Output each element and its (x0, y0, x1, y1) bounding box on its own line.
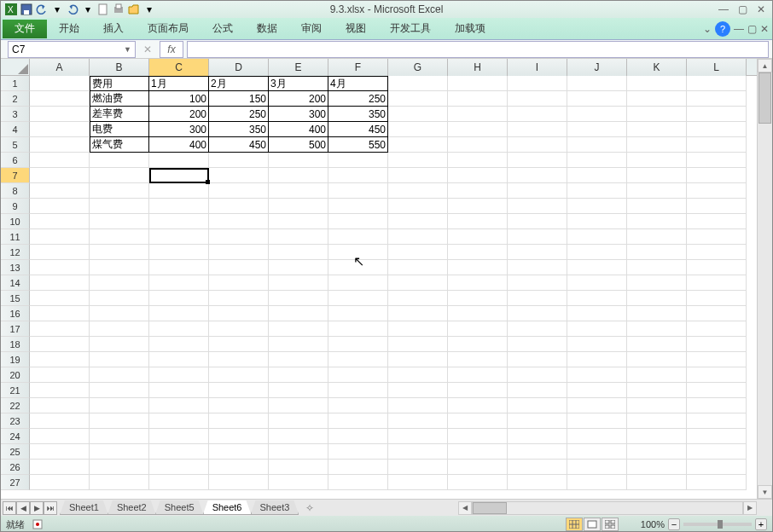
cell[interactable] (30, 460, 90, 475)
cell[interactable] (687, 137, 747, 153)
cell[interactable] (627, 229, 687, 245)
column-header[interactable]: D (209, 59, 269, 76)
cell[interactable] (388, 107, 448, 122)
cell[interactable] (627, 76, 687, 91)
cell[interactable] (508, 91, 567, 107)
cell[interactable] (687, 153, 747, 168)
cell[interactable] (508, 460, 567, 475)
row-header[interactable]: 12 (1, 245, 30, 260)
cell[interactable] (448, 460, 508, 475)
cell[interactable] (567, 337, 627, 352)
cell[interactable] (269, 367, 328, 383)
cell[interactable] (30, 245, 90, 260)
cell[interactable] (269, 460, 328, 475)
cell[interactable] (508, 383, 567, 398)
cell[interactable] (508, 183, 567, 199)
column-header[interactable]: L (687, 59, 747, 76)
cell[interactable] (687, 367, 747, 383)
cell[interactable] (388, 168, 448, 183)
cell[interactable] (30, 398, 90, 413)
cell[interactable] (687, 291, 747, 306)
cell[interactable] (30, 76, 90, 91)
cell[interactable] (90, 475, 149, 490)
cell[interactable] (269, 383, 328, 398)
cell[interactable] (269, 153, 328, 168)
qat-dropdown-icon[interactable]: ▾ (142, 3, 156, 16)
cell[interactable] (90, 153, 149, 168)
page-layout-view-icon[interactable] (584, 518, 601, 531)
row-header[interactable]: 20 (1, 367, 30, 383)
cell[interactable] (209, 337, 269, 352)
vscroll-track[interactable] (758, 72, 772, 485)
column-header[interactable]: E (269, 59, 328, 76)
cell[interactable] (567, 352, 627, 367)
cell[interactable] (30, 168, 90, 183)
cell[interactable] (508, 199, 567, 214)
cell[interactable] (388, 291, 448, 306)
cell[interactable]: 450 (328, 122, 388, 137)
cell[interactable]: 300 (149, 122, 209, 137)
cell[interactable] (687, 168, 747, 183)
scroll-left-icon[interactable]: ◀ (458, 501, 472, 515)
cell[interactable] (448, 229, 508, 245)
column-header[interactable]: J (567, 59, 627, 76)
cell[interactable] (388, 122, 448, 137)
cell[interactable] (508, 153, 567, 168)
cell[interactable] (567, 444, 627, 460)
cell[interactable] (508, 137, 567, 153)
row-header[interactable]: 19 (1, 352, 30, 367)
cell[interactable] (388, 475, 448, 490)
row-header[interactable]: 4 (1, 122, 30, 137)
cell[interactable] (149, 367, 209, 383)
cell[interactable] (90, 413, 149, 429)
sheet-tab[interactable]: Sheet6 (203, 500, 252, 515)
cell[interactable] (687, 429, 747, 444)
cell[interactable] (508, 291, 567, 306)
cell[interactable] (627, 245, 687, 260)
cell[interactable] (149, 321, 209, 337)
ribbon-tab[interactable]: 插入 (91, 18, 136, 40)
cell[interactable] (149, 429, 209, 444)
cell[interactable] (508, 337, 567, 352)
cell[interactable] (388, 413, 448, 429)
cell[interactable]: 3月 (269, 76, 328, 91)
cell[interactable] (627, 168, 687, 183)
cell[interactable]: 350 (209, 122, 269, 137)
cell[interactable] (388, 137, 448, 153)
cell[interactable] (627, 137, 687, 153)
cell[interactable] (687, 413, 747, 429)
cell[interactable] (627, 291, 687, 306)
cell[interactable] (627, 367, 687, 383)
excel-icon[interactable]: X (4, 3, 18, 16)
cell[interactable]: 煤气费 (90, 137, 149, 153)
cell[interactable] (328, 260, 388, 275)
cell[interactable]: 1月 (149, 76, 209, 91)
cell[interactable] (30, 352, 90, 367)
cell[interactable] (269, 229, 328, 245)
undo-icon[interactable] (35, 3, 49, 16)
cell[interactable] (90, 321, 149, 337)
cell[interactable] (448, 260, 508, 275)
sheet-nav-last-icon[interactable]: ⏭ (44, 501, 57, 515)
cell[interactable] (328, 306, 388, 321)
cell[interactable] (687, 183, 747, 199)
cell[interactable] (269, 321, 328, 337)
scroll-right-icon[interactable]: ▶ (743, 501, 757, 515)
ribbon-tab[interactable]: 公式 (201, 18, 245, 40)
cell[interactable] (448, 383, 508, 398)
cell[interactable] (209, 245, 269, 260)
cell[interactable] (30, 229, 90, 245)
cell[interactable] (149, 475, 209, 490)
cell[interactable] (149, 444, 209, 460)
cell[interactable] (508, 229, 567, 245)
cell[interactable] (448, 367, 508, 383)
zoom-slider[interactable] (683, 523, 752, 526)
ribbon-tab[interactable]: 视图 (334, 18, 378, 40)
cell[interactable] (687, 245, 747, 260)
cell[interactable] (627, 398, 687, 413)
cell[interactable] (627, 429, 687, 444)
cell[interactable] (209, 444, 269, 460)
cell[interactable] (567, 275, 627, 291)
cell[interactable] (30, 91, 90, 107)
cell[interactable] (627, 383, 687, 398)
